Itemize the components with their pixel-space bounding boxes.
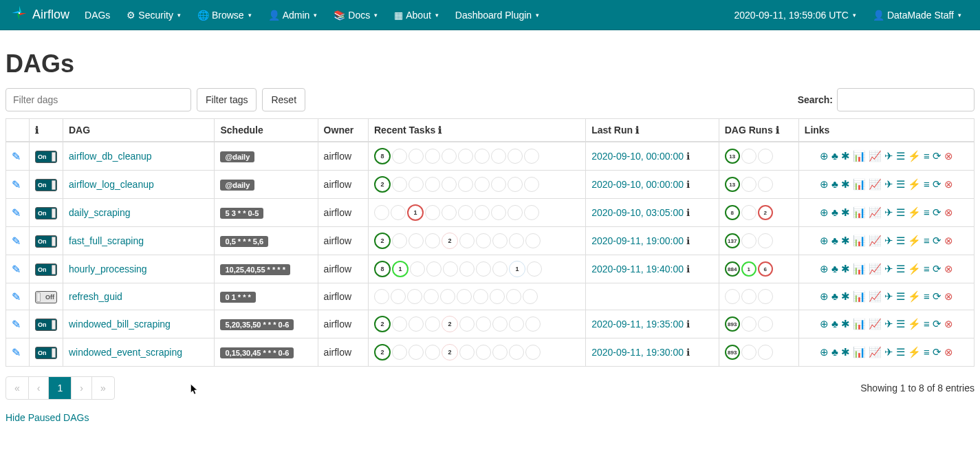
edit-icon[interactable]: ✎	[12, 151, 21, 162]
landing-icon[interactable]: ✈	[884, 318, 893, 330]
nav-dags[interactable]: DAGs	[76, 0, 118, 30]
edit-icon[interactable]: ✎	[12, 263, 21, 275]
code-icon[interactable]: ⚡	[908, 318, 921, 330]
gantt-icon[interactable]: ☰	[896, 206, 905, 219]
logs-icon[interactable]: ≡	[924, 346, 930, 358]
delete-icon[interactable]: ⊗	[944, 263, 953, 275]
dag-toggle[interactable]: On	[35, 179, 57, 191]
graph-icon[interactable]: ✱	[841, 206, 850, 219]
task-circle[interactable]: 2	[374, 344, 391, 360]
dag-toggle[interactable]: On	[35, 235, 57, 248]
dag-toggle[interactable]: On	[35, 263, 57, 276]
task-circle[interactable]: 8	[374, 261, 391, 277]
delete-icon[interactable]: ⊗	[944, 346, 953, 358]
schedule-badge[interactable]: @daily	[220, 180, 254, 191]
task-circle[interactable]: 8	[374, 148, 391, 164]
tree-icon[interactable]: ♣	[831, 290, 838, 303]
dag-toggle[interactable]: On	[35, 319, 57, 331]
graph-icon[interactable]: ✱	[841, 346, 850, 358]
graph-icon[interactable]: ✱	[841, 178, 850, 191]
filter-tags-button[interactable]: Filter tags	[197, 88, 257, 111]
delete-icon[interactable]: ⊗	[944, 318, 953, 330]
schedule-badge[interactable]: @daily	[220, 151, 254, 162]
last-run-link[interactable]: 2020-09-10, 00:00:00	[591, 151, 684, 162]
delete-icon[interactable]: ⊗	[944, 290, 953, 303]
dag-link[interactable]: refresh_guid	[69, 291, 122, 302]
gantt-icon[interactable]: ☰	[896, 263, 905, 275]
schedule-badge[interactable]: 5 3 * * 0-5	[220, 208, 263, 219]
hide-paused-link[interactable]: Hide Paused DAGs	[6, 412, 974, 423]
task-circle[interactable]: 1	[509, 261, 525, 277]
task-circle[interactable]: 2	[374, 176, 391, 193]
trigger-icon[interactable]: ⊕	[820, 206, 829, 219]
logs-icon[interactable]: ≡	[924, 150, 930, 162]
graph-icon[interactable]: ✱	[841, 235, 850, 247]
gantt-icon[interactable]: ☰	[896, 235, 905, 247]
schedule-badge[interactable]: 10,25,40,55 * * * *	[220, 264, 290, 275]
graph-icon[interactable]: ✱	[841, 290, 850, 303]
task-circle[interactable]: 1	[407, 204, 424, 221]
duration-icon[interactable]: 📊	[853, 318, 866, 330]
trigger-icon[interactable]: ⊕	[820, 290, 829, 303]
task-circle[interactable]: 2	[374, 233, 391, 249]
run-circle[interactable]: 2	[758, 205, 773, 220]
landing-icon[interactable]: ✈	[884, 263, 893, 275]
reset-button[interactable]: Reset	[262, 88, 305, 111]
tree-icon[interactable]: ♣	[831, 346, 838, 358]
nav-about[interactable]: ▦ About▾	[386, 0, 447, 30]
run-circle[interactable]: 6	[758, 261, 773, 277]
refresh-icon[interactable]: ⟳	[933, 235, 941, 247]
tree-icon[interactable]: ♣	[831, 318, 838, 330]
delete-icon[interactable]: ⊗	[944, 178, 953, 191]
info-icon[interactable]: ℹ	[684, 151, 690, 162]
tries-icon[interactable]: 📈	[869, 150, 882, 162]
refresh-icon[interactable]: ⟳	[933, 263, 941, 275]
edit-icon[interactable]: ✎	[12, 347, 21, 358]
last-run-link[interactable]: 2020-09-11, 19:00:00	[591, 235, 684, 246]
refresh-icon[interactable]: ⟳	[933, 290, 941, 303]
dag-link[interactable]: airflow_db_cleanup	[69, 151, 152, 162]
dag-toggle[interactable]: On	[35, 347, 57, 359]
code-icon[interactable]: ⚡	[908, 290, 921, 303]
edit-icon[interactable]: ✎	[12, 207, 21, 219]
schedule-badge[interactable]: 0,15,30,45 * * * 0-6	[220, 347, 294, 358]
landing-icon[interactable]: ✈	[884, 290, 893, 303]
tree-icon[interactable]: ♣	[831, 206, 838, 219]
edit-icon[interactable]: ✎	[12, 291, 21, 303]
last-run-link[interactable]: 2020-09-10, 03:05:00	[591, 207, 684, 218]
delete-icon[interactable]: ⊗	[944, 206, 953, 219]
refresh-icon[interactable]: ⟳	[933, 178, 941, 191]
last-run-link[interactable]: 2020-09-11, 19:40:00	[591, 263, 684, 275]
tries-icon[interactable]: 📈	[869, 263, 882, 275]
refresh-icon[interactable]: ⟳	[933, 346, 941, 358]
tries-icon[interactable]: 📈	[869, 290, 882, 303]
code-icon[interactable]: ⚡	[908, 206, 921, 219]
task-circle[interactable]: 2	[442, 316, 458, 332]
info-icon[interactable]: ℹ	[684, 319, 690, 330]
filter-dags-input[interactable]	[6, 88, 191, 111]
gantt-icon[interactable]: ☰	[896, 290, 905, 303]
trigger-icon[interactable]: ⊕	[820, 318, 829, 330]
info-icon[interactable]: ℹ	[684, 207, 690, 218]
duration-icon[interactable]: 📊	[853, 263, 866, 275]
search-input[interactable]	[837, 88, 974, 111]
refresh-icon[interactable]: ⟳	[933, 318, 941, 330]
logs-icon[interactable]: ≡	[924, 290, 930, 303]
tries-icon[interactable]: 📈	[869, 346, 882, 358]
duration-icon[interactable]: 📊	[853, 235, 866, 247]
nav-security[interactable]: ⚙ Security▾	[118, 0, 189, 30]
code-icon[interactable]: ⚡	[908, 150, 921, 162]
run-circle[interactable]: 137	[725, 233, 740, 248]
dag-toggle[interactable]: Off	[35, 291, 57, 303]
run-circle[interactable]: 1	[741, 261, 756, 277]
delete-icon[interactable]: ⊗	[944, 150, 953, 162]
info-icon[interactable]: ℹ	[635, 125, 639, 136]
landing-icon[interactable]: ✈	[884, 346, 893, 358]
tree-icon[interactable]: ♣	[831, 178, 838, 191]
duration-icon[interactable]: 📊	[853, 346, 866, 358]
landing-icon[interactable]: ✈	[884, 178, 893, 191]
page-first[interactable]: «	[6, 377, 29, 399]
duration-icon[interactable]: 📊	[853, 206, 866, 219]
tries-icon[interactable]: 📈	[869, 206, 882, 219]
code-icon[interactable]: ⚡	[908, 263, 921, 275]
